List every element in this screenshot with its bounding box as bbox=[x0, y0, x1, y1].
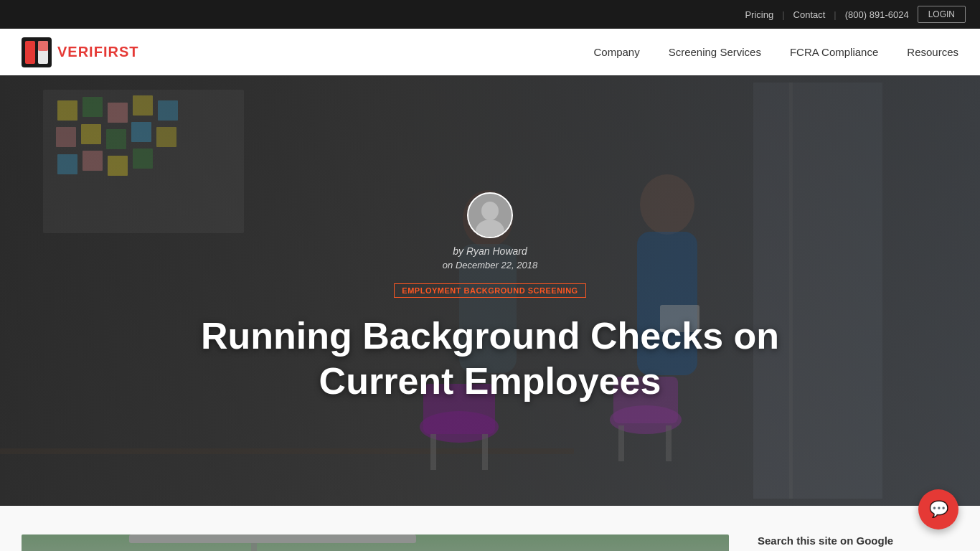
logo-irst: IRST bbox=[103, 44, 139, 60]
main-nav: VERIFIRST Company Screening Services FCR… bbox=[0, 29, 980, 75]
avatar-svg bbox=[468, 194, 512, 237]
post-date: on December 22, 2018 bbox=[443, 260, 537, 270]
nav-link-fcra[interactable]: FCRA Compliance bbox=[790, 46, 878, 58]
logo-veri: VERIF bbox=[57, 44, 103, 60]
svg-rect-3 bbox=[38, 41, 48, 51]
contact-link[interactable]: Contact bbox=[793, 9, 826, 20]
category-badge: Employment Background Screening bbox=[394, 283, 585, 298]
logo[interactable]: VERIFIRST bbox=[22, 37, 138, 67]
top-bar: Pricing | Contact | (800) 891-6024 LOGIN bbox=[0, 0, 980, 29]
nav-item-resources[interactable]: Resources bbox=[907, 46, 958, 59]
nav-links: Company Screening Services FCRA Complian… bbox=[593, 46, 958, 59]
phone-link[interactable]: (800) 891-6024 bbox=[845, 9, 909, 20]
separator-1: | bbox=[782, 9, 784, 20]
hero-title-line2: Current Employees bbox=[319, 360, 661, 402]
author-name: by Ryan Howard bbox=[453, 245, 527, 257]
hero-content: by Ryan Howard on December 22, 2018 Empl… bbox=[0, 75, 980, 506]
sidebar: Search this site on Google bbox=[758, 534, 958, 551]
nav-item-fcra[interactable]: FCRA Compliance bbox=[790, 46, 878, 59]
svg-point-38 bbox=[481, 202, 499, 220]
logo-text: VERIFIRST bbox=[57, 44, 138, 60]
login-button[interactable]: LOGIN bbox=[918, 6, 966, 23]
main-content: Running Background Checks bbox=[22, 534, 729, 551]
nav-link-company[interactable]: Company bbox=[593, 46, 639, 58]
below-fold: Running Background Checks Search this si… bbox=[0, 506, 980, 551]
nav-link-resources[interactable]: Resources bbox=[907, 46, 958, 58]
article-thumb-overlay bbox=[22, 534, 729, 551]
hero-title: Running Background Checks on Current Emp… bbox=[201, 314, 779, 403]
separator-2: | bbox=[834, 9, 836, 20]
chat-icon: 💬 bbox=[929, 500, 948, 519]
article-thumbnail: Running Background Checks bbox=[22, 534, 729, 551]
chat-button[interactable]: 💬 bbox=[918, 489, 958, 529]
nav-item-screening[interactable]: Screening Services bbox=[669, 46, 761, 59]
pricing-link[interactable]: Pricing bbox=[745, 9, 773, 20]
svg-rect-1 bbox=[25, 41, 35, 64]
sidebar-search-label: Search this site on Google bbox=[758, 534, 958, 547]
logo-icon bbox=[22, 37, 52, 67]
hero-section: by Ryan Howard on December 22, 2018 Empl… bbox=[0, 75, 980, 506]
hero-title-line1: Running Background Checks on bbox=[201, 315, 779, 357]
author-avatar bbox=[467, 192, 513, 238]
nav-link-screening[interactable]: Screening Services bbox=[669, 46, 761, 58]
nav-item-company[interactable]: Company bbox=[593, 46, 639, 59]
